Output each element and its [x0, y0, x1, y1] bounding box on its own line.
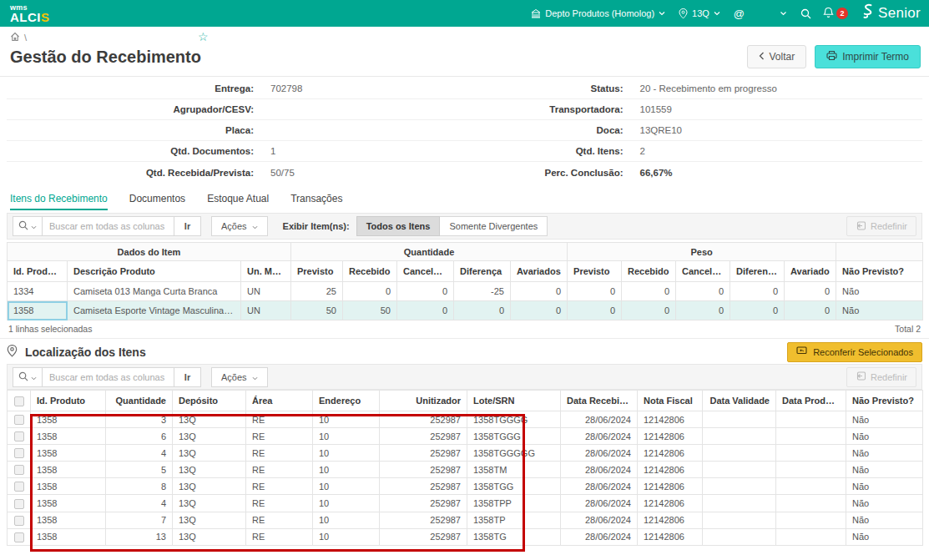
items-actions-button[interactable]: Ações [211, 216, 268, 236]
table-cell[interactable]: 12142806 [638, 512, 703, 528]
table-cell[interactable]: -25 [454, 282, 511, 301]
table-cell[interactable]: 0 [397, 301, 454, 320]
location-reset-button[interactable]: Redefinir [846, 367, 916, 387]
table-cell[interactable]: Não [846, 428, 923, 445]
column-header[interactable]: Previsto [291, 261, 343, 282]
search-scope-button[interactable] [13, 367, 43, 387]
notifications-button[interactable]: 2 [823, 7, 848, 20]
table-cell[interactable]: 28/06/2024 [561, 445, 638, 462]
table-cell[interactable]: RE [246, 445, 313, 462]
location-search-input[interactable] [43, 367, 174, 387]
table-cell[interactable] [776, 445, 846, 462]
table-cell[interactable]: 1358 [31, 445, 106, 462]
table-row[interactable]: 1358313QRE102529871358TGGGG28/06/2024121… [8, 411, 923, 428]
table-cell[interactable]: 13Q [173, 445, 246, 462]
table-cell[interactable]: 28/06/2024 [561, 411, 638, 428]
toggle-todos-os-itens[interactable]: Todos os Itens [356, 216, 441, 236]
table-cell[interactable]: 1358 [8, 301, 68, 320]
table-cell[interactable]: 10 [313, 512, 380, 528]
table-row[interactable]: 1358413QRE102529871358TPP28/06/202412142… [8, 495, 923, 512]
row-checkbox[interactable] [14, 516, 24, 526]
table-cell[interactable]: Não [846, 528, 923, 545]
tab-documentos[interactable]: Documentos [129, 193, 185, 210]
table-cell[interactable]: 0 [343, 282, 397, 301]
table-cell[interactable]: 28/06/2024 [561, 462, 638, 478]
table-row[interactable]: 1358813QRE102529871358TGG28/06/202412142… [8, 478, 923, 495]
location-actions-button[interactable]: Ações [211, 367, 268, 387]
table-cell[interactable]: 1358TG [467, 528, 561, 545]
back-button[interactable]: Voltar [747, 45, 807, 68]
table-cell[interactable]: RE [246, 411, 313, 428]
column-header[interactable]: Data Validade [703, 391, 776, 411]
table-cell[interactable]: 1334 [8, 282, 68, 301]
table-cell[interactable]: 6 [106, 428, 173, 445]
department-selector[interactable]: Depto Produtos (Homolog) [531, 8, 665, 18]
tab-itens-do-recebimento[interactable]: Itens do Recebimento [10, 193, 108, 210]
table-cell[interactable]: 0 [676, 301, 730, 320]
recheck-selected-button[interactable]: Reconferir Selecionados [787, 342, 922, 362]
table-row[interactable]: 1358513QRE102529871358TM28/06/2024121428… [8, 462, 923, 478]
column-header[interactable]: Id. Produto [8, 261, 68, 282]
column-header[interactable]: Data Recebimento [561, 391, 638, 411]
table-cell[interactable]: UN [241, 301, 291, 320]
home-icon[interactable] [10, 32, 20, 43]
column-header[interactable]: Depósito [173, 391, 246, 411]
table-cell[interactable]: 252987 [380, 445, 467, 462]
table-cell[interactable]: 13Q [173, 462, 246, 478]
table-cell[interactable]: 5 [106, 462, 173, 478]
table-cell[interactable]: 13Q [173, 428, 246, 445]
table-cell[interactable]: 1358 [31, 462, 106, 478]
table-cell[interactable]: 12142806 [638, 411, 703, 428]
table-cell[interactable]: 0 [622, 282, 676, 301]
items-search-go-button[interactable]: Ir [174, 216, 201, 236]
column-header[interactable]: Id. Produto [31, 391, 106, 411]
table-cell[interactable]: 13Q [173, 495, 246, 512]
table-cell[interactable]: 252987 [380, 512, 467, 528]
column-header[interactable]: Previsto [568, 261, 622, 282]
column-header[interactable]: Avariados [511, 261, 568, 282]
table-row[interactable]: 13581313QRE102529871358TG28/06/202412142… [8, 528, 923, 545]
table-cell[interactable]: 28/06/2024 [561, 428, 638, 445]
table-row[interactable]: 1358Camiseta Esporte Vintage Masculina C… [8, 301, 923, 320]
table-cell[interactable]: 10 [313, 528, 380, 545]
column-header[interactable]: Avariado [785, 261, 836, 282]
items-reset-button[interactable]: Redefinir [846, 216, 916, 236]
table-cell[interactable]: 28/06/2024 [561, 495, 638, 512]
tab-estoque-atual[interactable]: Estoque Atual [207, 193, 269, 210]
table-cell[interactable] [776, 512, 846, 528]
table-cell[interactable]: 0 [568, 301, 622, 320]
table-cell[interactable]: 10 [313, 411, 380, 428]
column-header[interactable]: Lote/SRN [467, 391, 561, 411]
column-header[interactable]: Área [246, 391, 313, 411]
items-search-input[interactable] [43, 216, 174, 236]
table-cell[interactable] [703, 528, 776, 545]
table-cell[interactable] [776, 462, 846, 478]
table-cell[interactable]: 1358TGGGGG [467, 445, 561, 462]
table-cell[interactable]: 1358 [31, 411, 106, 428]
row-checkbox[interactable] [14, 431, 24, 441]
table-cell[interactable]: 1358TP [467, 512, 561, 528]
table-cell[interactable]: 10 [313, 495, 380, 512]
table-cell[interactable]: 28/06/2024 [561, 512, 638, 528]
table-cell[interactable]: Camiseta Esporte Vintage Masculina Cinza [68, 301, 241, 320]
table-row[interactable]: 1334Camiseta 013 Manga Curta BrancaUN250… [8, 282, 923, 301]
table-cell[interactable] [776, 411, 846, 428]
table-cell[interactable]: 1358 [31, 428, 106, 445]
table-cell[interactable]: 4 [106, 445, 173, 462]
row-checkbox[interactable] [14, 465, 24, 475]
column-header[interactable]: Endereço [313, 391, 380, 411]
table-cell[interactable] [703, 411, 776, 428]
table-cell[interactable]: 3 [106, 411, 173, 428]
table-cell[interactable]: 0 [511, 282, 568, 301]
table-cell[interactable]: 0 [511, 301, 568, 320]
table-cell[interactable]: 1358 [31, 495, 106, 512]
table-cell[interactable]: Camiseta 013 Manga Curta Branca [68, 282, 241, 301]
table-cell[interactable] [703, 462, 776, 478]
table-cell[interactable]: 0 [397, 282, 454, 301]
tab-transacoes[interactable]: Transações [290, 193, 342, 210]
table-cell[interactable] [776, 528, 846, 545]
table-cell[interactable]: 1358 [31, 512, 106, 528]
table-cell[interactable]: 0 [785, 282, 836, 301]
favorite-star-icon[interactable]: ☆ [198, 30, 209, 43]
table-cell[interactable]: 1358TGGG [467, 428, 561, 445]
